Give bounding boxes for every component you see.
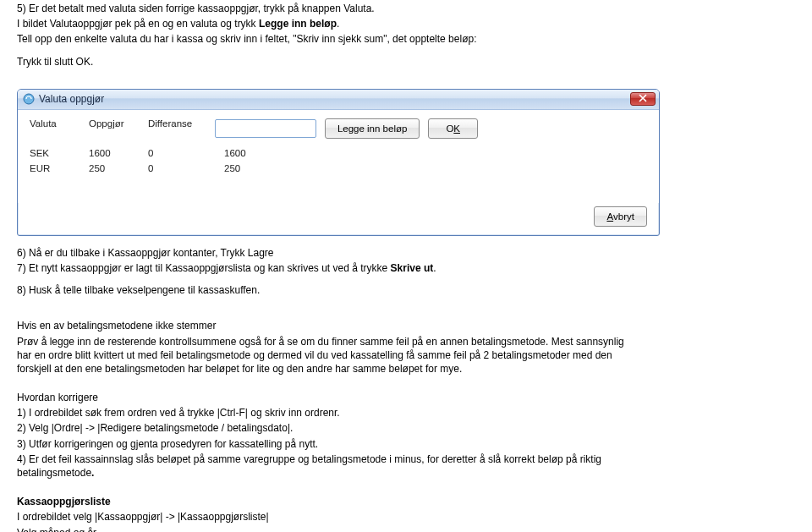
- legge-inn-belop-button[interactable]: Legge inn beløp: [325, 118, 420, 139]
- valuta-oppgjor-dialog: Valuta oppgjør Valuta Oppgjør Differanse…: [17, 89, 660, 236]
- intro-line-1: 5) Er det betalt med valuta siden forrig…: [17, 2, 795, 15]
- col-valuta: Valuta: [30, 118, 89, 129]
- col-differanse: Differanse: [148, 118, 224, 129]
- app-icon: [23, 93, 35, 105]
- close-button[interactable]: [630, 92, 656, 106]
- dialog-titlebar: Valuta oppgjør: [18, 90, 659, 110]
- correct-step-3: 3) Utfør korrigeringen og gjenta prosedy…: [17, 437, 795, 451]
- col-oppgjor: Oppgjør: [89, 118, 148, 129]
- dialog-title: Valuta oppgjør: [39, 93, 630, 105]
- step-6: 6) Nå er du tilbake i Kassaoppgjør konta…: [17, 246, 795, 260]
- belop-input[interactable]: [215, 119, 316, 138]
- close-icon: [639, 94, 647, 104]
- correct-step-1: 1) I ordrebildet søk frem ordren ved å t…: [17, 406, 795, 420]
- step-7: 7) Et nytt kassaoppgjør er lagt til Kass…: [17, 261, 795, 275]
- intro-line-2: I bildet Valutaoppgjør pek på en og en v…: [17, 17, 795, 30]
- intro-line-3: Tell opp den enkelte valuta du har i kas…: [17, 32, 795, 46]
- correct-step-4: 4) Er det feil kassainnslag slås beløpet…: [17, 452, 634, 480]
- avbryt-button[interactable]: Avbryt: [594, 206, 647, 227]
- correct-heading: Hvordan korrigere: [17, 391, 795, 404]
- list-line-2: Velg måned og år.: [17, 526, 795, 532]
- svg-point-0: [24, 94, 34, 104]
- list-heading: Kassaoppgjørsliste: [17, 495, 795, 508]
- ok-button[interactable]: OK: [428, 118, 478, 139]
- intro-line-4: Trykk til slutt OK.: [17, 55, 795, 69]
- correct-step-2: 2) Velg |Ordre| -> |Redigere betalingsme…: [17, 421, 795, 435]
- table-row[interactable]: EUR 250 0 250: [30, 161, 647, 176]
- step-8: 8) Husk å telle tilbake vekselpengene ti…: [17, 283, 795, 297]
- table-row[interactable]: SEK 1600 0 1600: [30, 145, 647, 161]
- mismatch-body: Prøv å legge inn de resterende kontrolls…: [17, 335, 634, 376]
- list-line-1: I ordrebildet velg |Kassaoppgjør| -> |Ka…: [17, 510, 795, 524]
- mismatch-heading: Hvis en av betalingsmetodene ikke stemme…: [17, 319, 795, 332]
